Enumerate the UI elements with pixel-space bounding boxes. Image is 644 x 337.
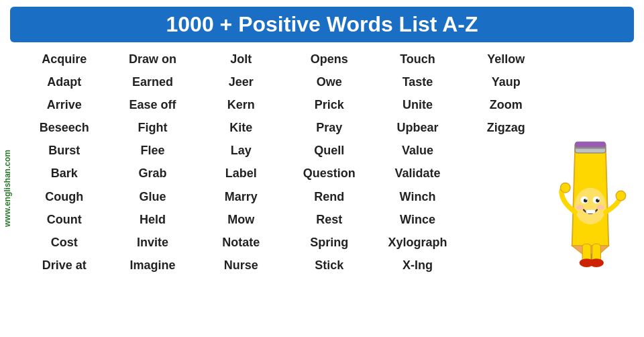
word-cell: Jeer [197,70,285,93]
word-cell: Bark [20,162,109,185]
word-cell: Pray [285,116,374,139]
word-cell: Validate [374,162,462,185]
word-cell [462,231,550,254]
page-title: 1000 + Positive Words List A-Z [23,12,621,37]
word-cell: Xylograph [374,231,462,254]
word-cell: Grab [109,162,197,185]
title-bar: 1000 + Positive Words List A-Z [10,7,634,42]
word-cell: Lay [197,139,285,162]
word-cell: Rend [285,185,374,208]
watermark: www.englishan.com [0,40,15,337]
svg-point-10 [596,199,599,202]
svg-rect-5 [575,142,605,146]
word-cell: X-Ing [374,254,462,277]
word-cell: Marry [197,185,285,208]
word-cell [462,162,550,185]
word-cell: Zoom [462,93,550,116]
word-cell: Held [109,208,197,231]
svg-rect-13 [586,209,596,213]
word-cell: Ease off [109,93,197,116]
word-cell: Spring [285,231,374,254]
word-cell: Arrive [20,93,109,116]
word-cell: Flee [109,139,197,162]
word-cell: Notate [197,231,285,254]
word-grid: Acquire Draw on Jolt Opens Touch Yellow … [20,48,550,277]
word-cell: Mow [197,208,285,231]
word-cell: Question [285,162,374,185]
word-cell: Nurse [197,254,285,277]
word-cell: Imagine [109,254,197,277]
word-cell: Yaup [462,70,550,93]
svg-point-9 [584,199,587,202]
word-cell: Yellow [462,48,550,70]
word-cell: Adapt [20,70,109,93]
word-cell: Stick [285,254,374,277]
word-cell: Drive at [20,254,109,277]
pencil-mascot [553,139,627,273]
word-cell: Acquire [20,48,109,70]
svg-point-11 [586,199,587,200]
svg-point-14 [560,183,570,193]
word-cell: Invite [109,231,197,254]
word-cell: Rest [285,208,374,231]
word-cell: Value [374,139,462,162]
word-cell: Count [20,208,109,231]
word-cell: Opens [285,48,374,70]
svg-point-21 [597,205,604,209]
word-cell [462,208,550,231]
word-cell: Wince [374,208,462,231]
word-cell: Kite [197,116,285,139]
word-cell: Label [197,162,285,185]
word-cell [462,254,550,277]
svg-point-12 [598,199,599,200]
word-cell [462,139,550,162]
word-cell: Beseech [20,116,109,139]
word-cell: Prick [285,93,374,116]
word-cell [462,185,550,208]
word-cell: Kern [197,93,285,116]
mascot-container [550,48,631,277]
svg-point-19 [589,258,604,267]
svg-point-15 [616,191,626,201]
word-cell: Draw on [109,48,197,70]
word-cell: Cost [20,231,109,254]
word-cell: Glue [109,185,197,208]
word-cell: Burst [20,139,109,162]
main-content: Acquire Draw on Jolt Opens Touch Yellow … [0,48,644,277]
word-cell: Owe [285,70,374,93]
word-cell: Touch [374,48,462,70]
word-cell: Zigzag [462,116,550,139]
word-cell: Winch [374,185,462,208]
word-cell: Jolt [197,48,285,70]
word-cell: Earned [109,70,197,93]
word-cell: Taste [374,70,462,93]
header-section: 1000 + Positive Words List A-Z [0,7,644,42]
word-cell: Unite [374,93,462,116]
word-cell: Cough [20,185,109,208]
word-cell: Quell [285,139,374,162]
svg-point-20 [576,205,584,209]
word-cell: Upbear [374,116,462,139]
word-cell: Fight [109,116,197,139]
